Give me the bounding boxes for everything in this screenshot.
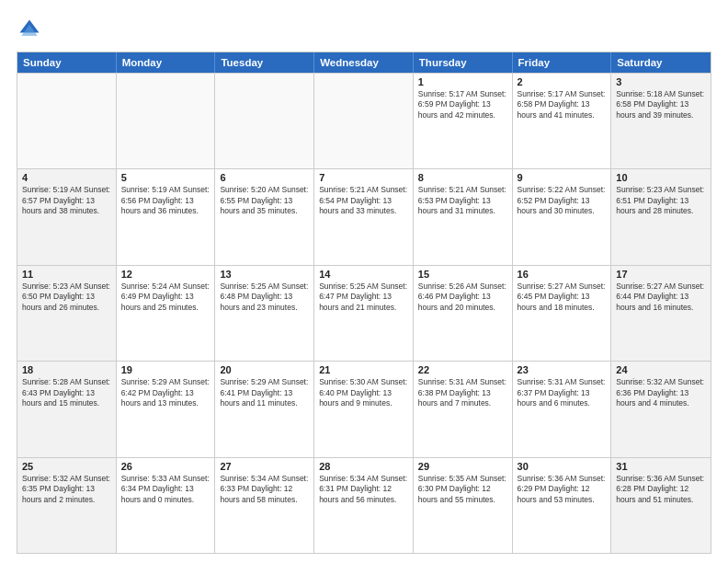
day-info: Sunrise: 5:35 AM Sunset: 6:30 PM Dayligh… [418, 474, 507, 505]
weekday-header-sunday: Sunday [17, 52, 117, 73]
day-info: Sunrise: 5:36 AM Sunset: 6:28 PM Dayligh… [616, 474, 706, 505]
day-number: 16 [518, 269, 607, 280]
calendar-row-3: 18Sunrise: 5:28 AM Sunset: 6:43 PM Dayli… [17, 361, 711, 456]
day-number: 13 [220, 269, 309, 280]
day-number: 6 [220, 172, 309, 183]
day-number: 2 [518, 76, 607, 87]
day-info: Sunrise: 5:23 AM Sunset: 6:50 PM Dayligh… [22, 282, 111, 313]
calendar-row-2: 11Sunrise: 5:23 AM Sunset: 6:50 PM Dayli… [17, 265, 711, 361]
day-info: Sunrise: 5:36 AM Sunset: 6:29 PM Dayligh… [518, 474, 607, 505]
header [17, 17, 711, 42]
calendar-body: 1Sunrise: 5:17 AM Sunset: 6:59 PM Daylig… [17, 73, 711, 553]
day-cell-26: 26Sunrise: 5:33 AM Sunset: 6:34 PM Dayli… [117, 458, 216, 553]
day-cell-3: 3Sunrise: 5:18 AM Sunset: 6:58 PM Daylig… [611, 74, 711, 168]
day-number: 27 [220, 461, 309, 472]
day-number: 5 [121, 172, 210, 183]
calendar: SundayMondayTuesdayWednesdayThursdayFrid… [17, 52, 711, 554]
day-info: Sunrise: 5:34 AM Sunset: 6:31 PM Dayligh… [319, 474, 408, 505]
day-cell-31: 31Sunrise: 5:36 AM Sunset: 6:28 PM Dayli… [611, 458, 711, 553]
day-number: 18 [22, 364, 111, 375]
day-info: Sunrise: 5:34 AM Sunset: 6:33 PM Dayligh… [220, 474, 309, 505]
day-cell-12: 12Sunrise: 5:24 AM Sunset: 6:49 PM Dayli… [117, 266, 216, 361]
day-info: Sunrise: 5:33 AM Sunset: 6:34 PM Dayligh… [121, 474, 210, 505]
day-cell-19: 19Sunrise: 5:29 AM Sunset: 6:42 PM Dayli… [117, 362, 216, 456]
day-info: Sunrise: 5:26 AM Sunset: 6:46 PM Dayligh… [418, 282, 507, 313]
day-info: Sunrise: 5:21 AM Sunset: 6:54 PM Dayligh… [319, 185, 408, 216]
day-number: 22 [418, 364, 507, 375]
weekday-header-thursday: Thursday [414, 52, 513, 73]
day-number: 23 [518, 364, 607, 375]
day-number: 24 [616, 364, 706, 375]
day-cell-16: 16Sunrise: 5:27 AM Sunset: 6:45 PM Dayli… [513, 266, 612, 361]
day-cell-29: 29Sunrise: 5:35 AM Sunset: 6:30 PM Dayli… [414, 458, 513, 553]
day-cell-11: 11Sunrise: 5:23 AM Sunset: 6:50 PM Dayli… [17, 266, 117, 361]
day-cell-14: 14Sunrise: 5:25 AM Sunset: 6:47 PM Dayli… [314, 266, 414, 361]
day-cell-13: 13Sunrise: 5:25 AM Sunset: 6:48 PM Dayli… [215, 266, 314, 361]
day-cell-15: 15Sunrise: 5:26 AM Sunset: 6:46 PM Dayli… [414, 266, 513, 361]
page: SundayMondayTuesdayWednesdayThursdayFrid… [0, 0, 728, 563]
day-cell-28: 28Sunrise: 5:34 AM Sunset: 6:31 PM Dayli… [314, 458, 414, 553]
day-number: 11 [22, 269, 111, 280]
day-info: Sunrise: 5:31 AM Sunset: 6:37 PM Dayligh… [518, 377, 607, 408]
day-info: Sunrise: 5:32 AM Sunset: 6:36 PM Dayligh… [616, 377, 706, 408]
day-cell-4: 4Sunrise: 5:19 AM Sunset: 6:57 PM Daylig… [17, 169, 117, 264]
day-number: 3 [616, 76, 706, 87]
day-cell-7: 7Sunrise: 5:21 AM Sunset: 6:54 PM Daylig… [314, 169, 414, 264]
day-number: 29 [418, 461, 507, 472]
day-info: Sunrise: 5:29 AM Sunset: 6:41 PM Dayligh… [220, 377, 309, 408]
day-info: Sunrise: 5:32 AM Sunset: 6:35 PM Dayligh… [22, 474, 111, 505]
day-cell-8: 8Sunrise: 5:21 AM Sunset: 6:53 PM Daylig… [414, 169, 513, 264]
day-cell-22: 22Sunrise: 5:31 AM Sunset: 6:38 PM Dayli… [414, 362, 513, 456]
day-number: 7 [319, 172, 408, 183]
weekday-header-wednesday: Wednesday [314, 52, 414, 73]
logo [17, 17, 46, 42]
day-info: Sunrise: 5:23 AM Sunset: 6:51 PM Dayligh… [616, 185, 706, 216]
empty-cell-0-3 [314, 74, 414, 168]
day-cell-30: 30Sunrise: 5:36 AM Sunset: 6:29 PM Dayli… [513, 458, 612, 553]
day-info: Sunrise: 5:22 AM Sunset: 6:52 PM Dayligh… [518, 185, 607, 216]
weekday-header-friday: Friday [513, 52, 612, 73]
day-cell-17: 17Sunrise: 5:27 AM Sunset: 6:44 PM Dayli… [611, 266, 711, 361]
day-number: 19 [121, 364, 210, 375]
day-number: 17 [616, 269, 706, 280]
day-number: 30 [518, 461, 607, 472]
day-cell-24: 24Sunrise: 5:32 AM Sunset: 6:36 PM Dayli… [611, 362, 711, 456]
weekday-header-monday: Monday [117, 52, 216, 73]
day-info: Sunrise: 5:27 AM Sunset: 6:45 PM Dayligh… [518, 282, 607, 313]
day-cell-27: 27Sunrise: 5:34 AM Sunset: 6:33 PM Dayli… [215, 458, 314, 553]
day-number: 31 [616, 461, 706, 472]
day-info: Sunrise: 5:25 AM Sunset: 6:48 PM Dayligh… [220, 282, 309, 313]
day-info: Sunrise: 5:19 AM Sunset: 6:56 PM Dayligh… [121, 185, 210, 216]
day-info: Sunrise: 5:29 AM Sunset: 6:42 PM Dayligh… [121, 377, 210, 408]
logo-icon [17, 17, 42, 42]
day-number: 15 [418, 269, 507, 280]
day-info: Sunrise: 5:30 AM Sunset: 6:40 PM Dayligh… [319, 377, 408, 408]
day-cell-5: 5Sunrise: 5:19 AM Sunset: 6:56 PM Daylig… [117, 169, 216, 264]
day-cell-9: 9Sunrise: 5:22 AM Sunset: 6:52 PM Daylig… [513, 169, 612, 264]
day-number: 8 [418, 172, 507, 183]
day-info: Sunrise: 5:17 AM Sunset: 6:58 PM Dayligh… [518, 89, 607, 121]
day-number: 26 [121, 461, 210, 472]
day-number: 21 [319, 364, 408, 375]
day-number: 10 [616, 172, 706, 183]
empty-cell-0-1 [117, 74, 216, 168]
day-cell-18: 18Sunrise: 5:28 AM Sunset: 6:43 PM Dayli… [17, 362, 117, 456]
day-cell-25: 25Sunrise: 5:32 AM Sunset: 6:35 PM Dayli… [17, 458, 117, 553]
day-number: 12 [121, 269, 210, 280]
calendar-row-0: 1Sunrise: 5:17 AM Sunset: 6:59 PM Daylig… [17, 73, 711, 168]
day-info: Sunrise: 5:28 AM Sunset: 6:43 PM Dayligh… [22, 377, 111, 408]
day-cell-6: 6Sunrise: 5:20 AM Sunset: 6:55 PM Daylig… [215, 169, 314, 264]
day-info: Sunrise: 5:25 AM Sunset: 6:47 PM Dayligh… [319, 282, 408, 313]
empty-cell-0-0 [17, 74, 117, 168]
day-cell-1: 1Sunrise: 5:17 AM Sunset: 6:59 PM Daylig… [414, 74, 513, 168]
day-info: Sunrise: 5:19 AM Sunset: 6:57 PM Dayligh… [22, 185, 111, 216]
day-info: Sunrise: 5:31 AM Sunset: 6:38 PM Dayligh… [418, 377, 507, 408]
day-number: 14 [319, 269, 408, 280]
day-info: Sunrise: 5:20 AM Sunset: 6:55 PM Dayligh… [220, 185, 309, 216]
calendar-row-4: 25Sunrise: 5:32 AM Sunset: 6:35 PM Dayli… [17, 457, 711, 553]
day-info: Sunrise: 5:24 AM Sunset: 6:49 PM Dayligh… [121, 282, 210, 313]
day-number: 25 [22, 461, 111, 472]
day-cell-23: 23Sunrise: 5:31 AM Sunset: 6:37 PM Dayli… [513, 362, 612, 456]
day-cell-20: 20Sunrise: 5:29 AM Sunset: 6:41 PM Dayli… [215, 362, 314, 456]
day-info: Sunrise: 5:17 AM Sunset: 6:59 PM Dayligh… [418, 89, 507, 121]
